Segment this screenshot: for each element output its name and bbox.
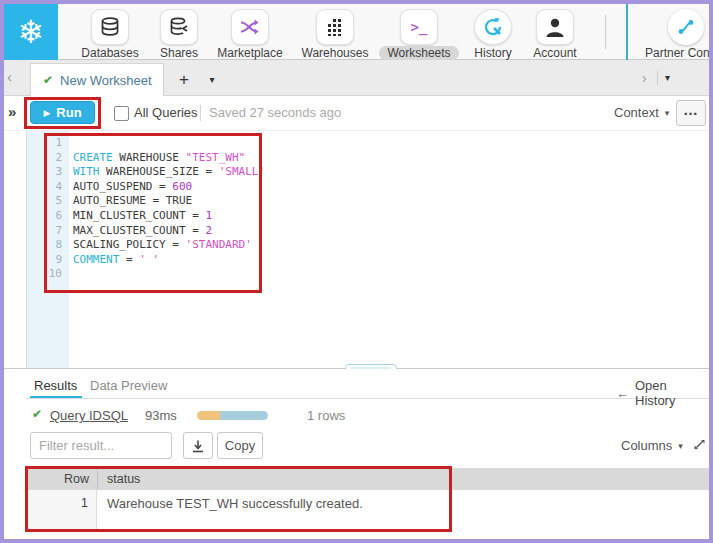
code-line: AUTO_RESUME = TRUE xyxy=(73,194,265,209)
query-progress-bar xyxy=(197,411,268,420)
more-options-button[interactable]: … xyxy=(676,100,706,126)
code-token: ' ' xyxy=(139,253,159,266)
code-line: AUTO_SUSPEND = 600 xyxy=(73,180,265,195)
nav-item-worksheets[interactable]: >_ Worksheets xyxy=(377,4,461,60)
all-queries-checkbox[interactable] xyxy=(114,106,129,121)
download-button[interactable] xyxy=(183,432,213,459)
warehouse-grid-icon xyxy=(324,16,346,38)
row-number-cell: 1 xyxy=(27,496,88,510)
code-token: COMMENT xyxy=(73,253,119,266)
nav-label-marketplace: Marketplace xyxy=(217,46,282,60)
marketplace-shuffle-icon xyxy=(239,16,261,38)
query-duration: 93ms xyxy=(145,408,177,423)
all-queries-label[interactable]: All Queries xyxy=(134,105,198,120)
open-history-label: Open History xyxy=(635,378,709,408)
tab-list-caret[interactable]: ▾ xyxy=(665,72,670,83)
nav-divider xyxy=(605,15,606,49)
person-icon xyxy=(544,16,566,38)
plus-icon: + xyxy=(179,70,189,90)
nav-label-account: Account xyxy=(533,46,576,60)
copy-button-label: Copy xyxy=(225,438,255,453)
context-dropdown[interactable]: Context ▾ xyxy=(614,105,669,120)
nav-cyan-separator xyxy=(626,4,628,60)
context-label: Context xyxy=(614,105,659,120)
run-button[interactable]: ▶ Run xyxy=(30,101,95,124)
code-line xyxy=(73,267,265,282)
sql-link[interactable]: SQL xyxy=(102,408,128,423)
code-token: WAREHOUSE xyxy=(113,151,186,164)
code-line: MAX_CLUSTER_COUNT = 2 xyxy=(73,224,265,239)
progress-segment-compile xyxy=(197,411,220,420)
left-arrow-icon: ← xyxy=(616,386,629,401)
line-number: 9 xyxy=(27,253,62,268)
partner-connect-icon xyxy=(676,17,696,37)
line-number: 2 xyxy=(27,151,62,166)
code-token: 1 xyxy=(205,209,212,222)
nav-item-marketplace[interactable]: Marketplace xyxy=(208,4,292,60)
code-token: 'SMALL' xyxy=(219,165,265,178)
app-window: ❄ Databases Shares Marketplace Warehouse… xyxy=(0,0,713,543)
new-tab-button[interactable]: + xyxy=(170,63,198,96)
new-tab-caret[interactable]: ▾ xyxy=(200,63,224,96)
line-number: 8 xyxy=(27,238,62,253)
database-icon xyxy=(99,16,121,38)
nav-label-warehouses: Warehouses xyxy=(302,46,369,60)
chevron-down-icon: ▾ xyxy=(678,441,683,451)
nav-item-warehouses[interactable]: Warehouses xyxy=(293,4,377,60)
code-line: CREATE WAREHOUSE "TEST_WH" xyxy=(73,151,265,166)
copy-button[interactable]: Copy xyxy=(217,432,263,459)
line-number: 6 xyxy=(27,209,62,224)
results-table-header: Row status xyxy=(27,468,709,490)
results-panel: Results Data Preview ← Open History ✔ Qu… xyxy=(4,369,709,535)
code-line: WITH WAREHOUSE_SIZE = 'SMALL' xyxy=(73,165,265,180)
run-button-label: Run xyxy=(56,105,81,120)
tab-results[interactable]: Results xyxy=(34,378,77,393)
columns-dropdown[interactable]: Columns ▾ xyxy=(621,438,683,453)
nav-item-account[interactable]: Account xyxy=(513,4,597,60)
filter-input[interactable] xyxy=(30,432,172,459)
tab-forward-chevron[interactable]: › xyxy=(642,70,647,86)
expand-results-button[interactable] xyxy=(692,437,708,453)
saved-check-icon: ✔ xyxy=(43,73,53,87)
line-numbers: 12345678910 xyxy=(27,136,62,282)
tab-back-chevron[interactable]: ‹ xyxy=(7,68,12,85)
tab-bar: ‹ ✔ New Worksheet + ▾ › ▾ xyxy=(4,60,709,96)
snowflake-logo[interactable]: ❄ xyxy=(4,4,58,60)
header-cell-status[interactable]: status xyxy=(107,472,140,486)
saved-status: Saved 27 seconds ago xyxy=(209,105,341,120)
columns-label: Columns xyxy=(621,438,672,453)
line-number: 7 xyxy=(27,224,62,239)
line-number: 5 xyxy=(27,194,62,209)
code-token: WITH xyxy=(73,165,100,178)
history-refresh-icon xyxy=(481,15,505,39)
code-token: 'STANDARD' xyxy=(186,238,252,251)
partner-connect-label: Partner Connect xyxy=(645,46,709,60)
navbar: ❄ Databases Shares Marketplace Warehouse… xyxy=(4,4,709,60)
toolbar-divider xyxy=(200,105,201,121)
collapse-sidebar-icon[interactable]: » xyxy=(8,103,16,120)
expand-icon xyxy=(692,437,708,452)
tab-data-preview[interactable]: Data Preview xyxy=(90,378,167,393)
chevron-down-icon: ▾ xyxy=(665,108,670,118)
code-token: = xyxy=(119,253,139,266)
code-token: MIN_CLUSTER_COUNT = xyxy=(73,209,205,222)
play-icon: ▶ xyxy=(43,108,50,118)
query-id-link[interactable]: Query ID xyxy=(50,408,102,423)
partner-connect-item[interactable]: Partner Connect xyxy=(642,4,709,60)
status-cell[interactable]: Warehouse TEST_WH successfully created. xyxy=(107,496,363,511)
snowflake-icon: ❄ xyxy=(18,13,45,51)
query-success-icon: ✔ xyxy=(32,407,42,421)
header-cell-row[interactable]: Row xyxy=(27,472,89,486)
worksheet-tab[interactable]: ✔ New Worksheet xyxy=(30,63,164,96)
code-token: MAX_CLUSTER_COUNT = xyxy=(73,224,205,237)
header-col-separator xyxy=(97,468,98,490)
toolbar: » ▶ Run All Queries Saved 27 seconds ago… xyxy=(4,96,709,131)
code-token: WAREHOUSE_SIZE = xyxy=(100,165,219,178)
code-token: SCALING_POLICY = xyxy=(73,238,186,251)
code-line: MIN_CLUSTER_COUNT = 1 xyxy=(73,209,265,224)
share-database-icon xyxy=(168,16,190,38)
ellipsis-icon: … xyxy=(683,101,699,118)
code-lines[interactable]: CREATE WAREHOUSE "TEST_WH"WITH WAREHOUSE… xyxy=(73,136,265,282)
open-history-button[interactable]: ← Open History xyxy=(616,378,709,408)
rows-count: 1 rows xyxy=(307,408,345,423)
